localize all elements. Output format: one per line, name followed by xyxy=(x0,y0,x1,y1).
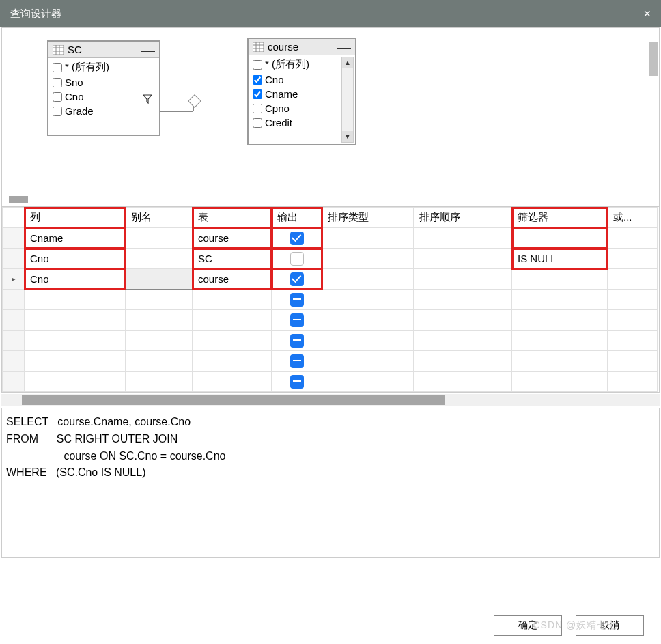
cell-column[interactable] xyxy=(25,290,126,310)
column-item[interactable]: Credit xyxy=(249,115,355,130)
header-or[interactable]: 或... xyxy=(608,208,658,228)
cell-or[interactable] xyxy=(608,249,658,269)
cell-alias[interactable] xyxy=(126,269,193,290)
cell-alias[interactable] xyxy=(126,351,193,372)
cell-output[interactable] xyxy=(272,331,322,351)
cell-filter[interactable] xyxy=(512,331,608,351)
column-checkbox[interactable] xyxy=(253,60,262,70)
grid-row[interactable]: Cnamecourse xyxy=(3,228,658,249)
cell-filter[interactable] xyxy=(512,290,608,310)
row-header[interactable] xyxy=(3,228,25,249)
cell-table[interactable] xyxy=(193,331,272,351)
pane-resize-handle[interactable] xyxy=(9,196,28,203)
cell-alias[interactable] xyxy=(126,249,193,269)
cell-or[interactable] xyxy=(608,228,658,249)
column-checkbox[interactable] xyxy=(53,63,62,72)
cell-sort-order[interactable] xyxy=(414,310,512,331)
output-checkbox[interactable] xyxy=(290,354,304,368)
row-header[interactable] xyxy=(3,372,25,392)
cell-column[interactable] xyxy=(25,351,126,372)
grid-row[interactable] xyxy=(3,351,658,372)
column-item[interactable]: Cpno xyxy=(249,101,355,115)
cell-filter[interactable] xyxy=(512,228,608,249)
cell-filter[interactable]: IS NULL xyxy=(512,249,608,269)
cell-output[interactable] xyxy=(272,310,322,331)
column-item[interactable]: Cname xyxy=(249,87,355,101)
cell-sort-order[interactable] xyxy=(414,269,512,290)
sql-pane[interactable]: SELECT course.Cname, course.Cno FROM SC … xyxy=(1,408,660,558)
scroll-up-icon[interactable]: ▲ xyxy=(342,57,353,68)
table-window-course[interactable]: course — * (所有列) Cno Cname Cpno Credit ▲… xyxy=(247,38,356,145)
cell-output[interactable] xyxy=(272,228,322,249)
cell-table[interactable] xyxy=(193,310,272,331)
cell-sort-type[interactable] xyxy=(322,351,414,372)
cell-alias[interactable] xyxy=(126,310,193,331)
grid-row[interactable] xyxy=(3,290,658,310)
cell-alias[interactable] xyxy=(126,228,193,249)
cell-table[interactable]: course xyxy=(193,228,272,249)
row-header[interactable] xyxy=(3,310,25,331)
cell-column[interactable]: Cno xyxy=(25,249,126,269)
cell-or[interactable] xyxy=(608,331,658,351)
cell-sort-order[interactable] xyxy=(414,351,512,372)
cell-sort-order[interactable] xyxy=(414,228,512,249)
cell-filter[interactable] xyxy=(512,310,608,331)
cell-alias[interactable] xyxy=(126,290,193,310)
cell-sort-type[interactable] xyxy=(322,310,414,331)
output-checkbox[interactable] xyxy=(290,293,304,307)
cell-output[interactable] xyxy=(272,290,322,310)
row-header[interactable] xyxy=(3,290,25,310)
cell-output[interactable] xyxy=(272,351,322,372)
row-header[interactable]: ▸ xyxy=(3,269,25,290)
cell-table[interactable] xyxy=(193,351,272,372)
header-table[interactable]: 表 xyxy=(193,208,272,228)
cell-output[interactable] xyxy=(272,249,322,269)
cell-column[interactable]: Cno xyxy=(25,269,126,290)
cell-sort-type[interactable] xyxy=(322,249,414,269)
header-column[interactable]: 列 xyxy=(25,208,126,228)
grid-row[interactable] xyxy=(3,310,658,331)
header-alias[interactable]: 别名 xyxy=(126,208,193,228)
header-output[interactable]: 输出 xyxy=(272,208,322,228)
cell-output[interactable] xyxy=(272,269,322,290)
cell-or[interactable] xyxy=(608,351,658,372)
cell-column[interactable] xyxy=(25,310,126,331)
output-checkbox[interactable] xyxy=(290,313,304,327)
cancel-button[interactable]: 取消 xyxy=(576,615,644,636)
table-window-sc[interactable]: SC — * (所有列) Sno Cno Grade xyxy=(47,40,160,136)
column-checkbox[interactable] xyxy=(253,104,262,113)
cell-alias[interactable] xyxy=(126,372,193,392)
cell-table[interactable] xyxy=(193,372,272,392)
cell-or[interactable] xyxy=(608,290,658,310)
column-checkbox[interactable] xyxy=(253,75,262,85)
output-checkbox[interactable] xyxy=(290,375,304,389)
minimize-icon[interactable]: — xyxy=(141,46,155,53)
column-item[interactable]: Grade xyxy=(48,104,159,118)
scrollbar-thumb[interactable] xyxy=(22,395,445,405)
row-header[interactable] xyxy=(3,351,25,372)
column-item[interactable]: * (所有列) xyxy=(249,57,355,72)
table-header[interactable]: course — xyxy=(249,39,355,55)
column-item[interactable]: Cno xyxy=(249,72,355,87)
cell-alias[interactable] xyxy=(126,331,193,351)
cell-or[interactable] xyxy=(608,269,658,290)
output-checkbox[interactable] xyxy=(290,252,304,266)
cell-filter[interactable] xyxy=(512,269,608,290)
scrollbar-thumb[interactable] xyxy=(649,42,658,76)
column-item[interactable]: Sno xyxy=(48,75,159,89)
header-filter[interactable]: 筛选器 xyxy=(512,208,608,228)
cell-sort-type[interactable] xyxy=(322,372,414,392)
table-header[interactable]: SC — xyxy=(48,42,159,58)
cell-or[interactable] xyxy=(608,372,658,392)
cell-sort-order[interactable] xyxy=(414,290,512,310)
diagram-pane[interactable]: SC — * (所有列) Sno Cno Grade course — * (所… xyxy=(1,27,660,206)
join-diamond-icon[interactable] xyxy=(188,94,201,108)
cell-sort-type[interactable] xyxy=(322,269,414,290)
header-sort-type[interactable]: 排序类型 xyxy=(322,208,414,228)
grid-horizontal-scrollbar[interactable] xyxy=(1,394,660,406)
column-checkbox[interactable] xyxy=(53,92,62,102)
criteria-grid[interactable]: 列 别名 表 输出 排序类型 排序顺序 筛选器 或... Cnamecourse… xyxy=(1,206,660,393)
cell-filter[interactable] xyxy=(512,372,608,392)
cell-sort-order[interactable] xyxy=(414,331,512,351)
grid-row[interactable]: CnoSCIS NULL xyxy=(3,249,658,269)
